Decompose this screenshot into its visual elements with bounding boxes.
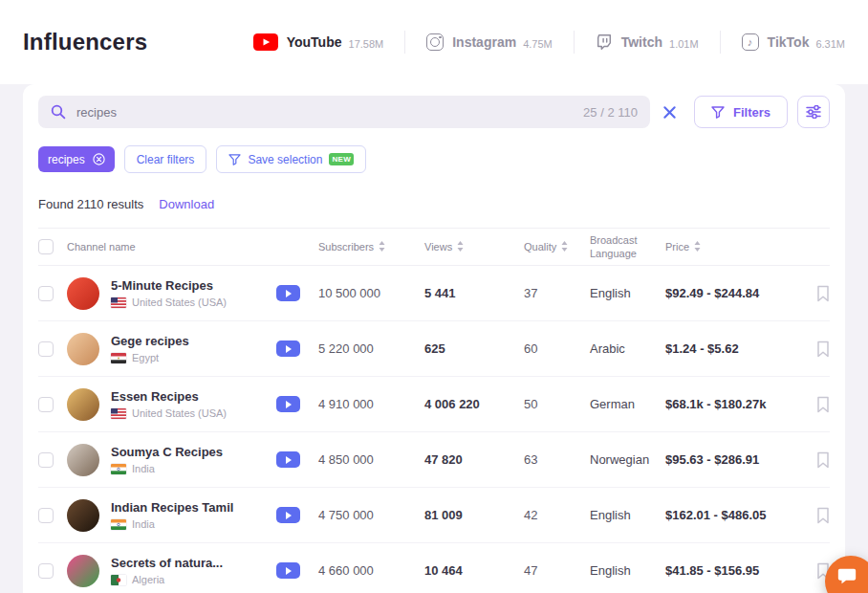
sort-icon[interactable]: [561, 241, 568, 252]
filter-chip-recipes[interactable]: recipes: [38, 146, 115, 172]
chat-icon: [844, 576, 857, 587]
bookmark-icon[interactable]: [816, 507, 830, 524]
tab-instagram[interactable]: Instagram 4.75M: [405, 33, 574, 51]
tab-twitch-count: 1.01M: [669, 38, 699, 50]
tab-instagram-label: Instagram: [452, 34, 516, 50]
search-row: recipes 25 / 2 110 Filters: [38, 96, 830, 128]
play-icon: [286, 567, 292, 575]
channel-country-row: Algeria: [111, 574, 164, 585]
country-flag-icon: [111, 297, 126, 308]
bookmark-icon[interactable]: [816, 340, 830, 358]
tab-youtube-label: YouTube: [287, 34, 342, 50]
tab-tiktok-label: TikTok: [768, 34, 810, 50]
views-header-label: Views: [424, 240, 452, 253]
price-value: $1.24 - $5.62: [665, 341, 809, 356]
channel-avatar: [67, 333, 99, 365]
column-header-channel: Channel name: [67, 240, 318, 253]
channel-avatar: [67, 388, 99, 421]
table-body: 5-Minute Recipes United States (USA) 10 …: [38, 266, 830, 593]
save-selection-button[interactable]: Save selection NEW: [216, 145, 366, 173]
price-value: $68.1k - $180.27k: [665, 397, 809, 411]
advanced-filters-button[interactable]: [797, 96, 830, 128]
channel-name[interactable]: Essen Recipes: [111, 389, 199, 404]
channel-name[interactable]: Indian Recipes Tamil: [111, 500, 233, 515]
column-header-subscribers[interactable]: Subscribers: [318, 240, 424, 253]
tab-tiktok[interactable]: ♪ TikTok 6.31M: [721, 33, 845, 51]
language-value: German: [590, 397, 665, 411]
tab-youtube[interactable]: YouTube 17.58M: [232, 33, 405, 51]
youtube-icon: [253, 33, 278, 51]
search-query-text: recipes: [76, 105, 117, 120]
channel-country-row: Egypt: [111, 352, 159, 363]
tab-twitch-label: Twitch: [621, 34, 662, 50]
download-link[interactable]: Download: [159, 197, 214, 211]
channel-country-row: India: [111, 463, 155, 474]
channel-country-row: India: [111, 518, 155, 530]
table-row[interactable]: Essen Recipes United States (USA) 4 910 …: [38, 377, 830, 432]
row-checkbox[interactable]: [38, 508, 54, 523]
filter-chip-label: recipes: [48, 153, 85, 166]
views-value: 10 464: [424, 563, 524, 578]
price-value: $162.01 - $486.05: [665, 508, 809, 522]
views-value: 81 009: [424, 508, 524, 522]
sort-icon[interactable]: [379, 241, 385, 252]
views-value: 47 820: [424, 452, 524, 467]
price-header-label: Price: [665, 240, 689, 253]
column-header-price[interactable]: Price: [665, 240, 809, 253]
row-checkbox[interactable]: [38, 397, 54, 412]
results-summary-row: Found 2110 results Download: [38, 197, 830, 211]
country-flag-icon: [111, 408, 126, 419]
search-results-counter: 25 / 2 110: [583, 105, 638, 120]
sort-icon[interactable]: [694, 241, 701, 252]
sort-icon[interactable]: [457, 241, 464, 252]
bookmark-icon[interactable]: [816, 396, 830, 413]
filters-button[interactable]: Filters: [694, 96, 788, 128]
row-checkbox[interactable]: [38, 286, 54, 301]
quality-value: 47: [524, 563, 590, 578]
row-checkbox[interactable]: [38, 452, 54, 468]
youtube-play-button[interactable]: [276, 507, 300, 523]
clear-search-button[interactable]: [656, 98, 684, 126]
row-checkbox[interactable]: [38, 341, 54, 357]
select-all-checkbox[interactable]: [38, 239, 54, 254]
channel-name[interactable]: Gege recipes: [111, 334, 189, 348]
table-header-row: Channel name Subscribers Views Quality B…: [38, 228, 830, 266]
table-row[interactable]: Soumya C Recipes India 4 850 000 47 820 …: [38, 432, 830, 488]
bookmark-icon[interactable]: [816, 285, 830, 302]
table-row[interactable]: Gege recipes Egypt 5 220 000 625 60 Arab…: [38, 321, 830, 377]
table-row[interactable]: 5-Minute Recipes United States (USA) 10 …: [38, 266, 830, 321]
channel-name[interactable]: Secrets of natura...: [111, 556, 223, 570]
bookmark-icon[interactable]: [816, 451, 830, 469]
column-header-views[interactable]: Views: [424, 240, 524, 253]
tab-twitch[interactable]: Twitch 1.01M: [575, 33, 720, 51]
channel-country: India: [132, 518, 155, 530]
channel-avatar: [67, 277, 99, 310]
country-flag-icon: [111, 575, 126, 585]
clear-filters-button[interactable]: Clear filters: [124, 145, 207, 173]
active-filters-row: recipes Clear filters Save selection NEW: [38, 145, 830, 173]
language-value: English: [590, 508, 665, 522]
table-row[interactable]: Secrets of natura... Algeria 4 660 000 1…: [38, 543, 830, 593]
search-icon: [51, 104, 66, 120]
youtube-play-button[interactable]: [276, 451, 300, 468]
remove-chip-icon[interactable]: [93, 153, 105, 165]
youtube-play-button[interactable]: [276, 285, 300, 301]
platform-tabs: YouTube 17.58M Instagram 4.75M Twitch 1.…: [232, 31, 845, 54]
youtube-play-button[interactable]: [276, 340, 300, 357]
views-value: 5 441: [424, 286, 524, 300]
channel-country: United States (USA): [132, 407, 227, 419]
search-input[interactable]: recipes 25 / 2 110: [38, 96, 650, 128]
country-flag-icon: [111, 353, 126, 363]
channel-name[interactable]: Soumya C Recipes: [111, 445, 223, 459]
channel-name[interactable]: 5-Minute Recipes: [111, 278, 213, 293]
youtube-play-button[interactable]: [276, 396, 300, 412]
price-value: $95.63 - $286.91: [665, 452, 809, 467]
youtube-play-button[interactable]: [276, 562, 300, 579]
table-row[interactable]: Indian Recipes Tamil India 4 750 000 81 …: [38, 488, 830, 543]
column-header-quality[interactable]: Quality: [524, 240, 590, 253]
channel-avatar: [67, 555, 99, 587]
row-checkbox[interactable]: [38, 563, 54, 579]
play-icon: [286, 456, 292, 464]
language-value: English: [590, 563, 665, 578]
channel-avatar: [67, 444, 99, 476]
